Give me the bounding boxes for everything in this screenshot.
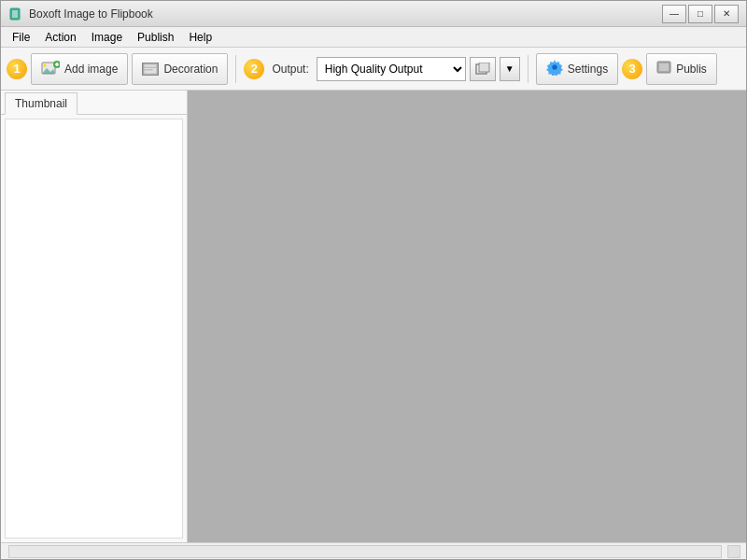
publish-label: Publis [676,63,707,76]
toolbar: 1 Add image [1,48,746,91]
output-label: Output: [272,63,308,76]
settings-label: Settings [568,63,608,76]
output-dropdown-arrow[interactable]: ▼ [500,57,520,81]
svg-rect-9 [145,64,156,73]
svg-rect-1 [12,10,18,18]
main-window: Boxoft Image to Flipbook — □ ✕ File Acti… [0,0,747,560]
status-bar [1,542,746,559]
decoration-button[interactable]: Decoration [132,53,228,85]
svg-rect-17 [659,63,669,71]
title-bar: Boxoft Image to Flipbook — □ ✕ [1,1,746,27]
decoration-label: Decoration [163,63,218,76]
main-preview [188,91,746,542]
step1-badge: 1 [7,59,27,79]
add-image-icon [41,60,60,78]
minimize-button[interactable]: — [662,5,686,23]
app-icon [8,7,23,21]
settings-button[interactable]: Settings [536,53,618,85]
separator-1 [235,55,236,83]
close-button[interactable]: ✕ [714,5,739,23]
left-panel: Thumbnail [1,91,188,542]
thumbnail-content [5,119,183,539]
add-image-label: Add image [64,63,118,76]
window-size-button[interactable] [470,57,496,81]
menu-item-help[interactable]: Help [181,27,219,47]
publish-button[interactable]: Publis [646,53,717,85]
add-image-button[interactable]: Add image [31,53,128,85]
window-controls: — □ ✕ [662,5,739,23]
tab-thumbnail[interactable]: Thumbnail [5,92,78,115]
output-select[interactable]: High Quality Output Standard Output Low … [317,57,466,81]
step2-badge: 2 [244,59,264,79]
settings-icon [546,59,563,79]
horizontal-scrollbar[interactable] [8,545,722,558]
step3-badge: 3 [622,59,642,79]
menu-item-publish[interactable]: Publish [130,27,181,47]
maximize-button[interactable]: □ [688,5,712,23]
svg-point-15 [552,64,557,69]
menu-item-action[interactable]: Action [37,27,83,47]
window-title: Boxoft Image to Flipbook [29,7,662,21]
menu-item-image[interactable]: Image [84,27,130,47]
content-area: Thumbnail [1,91,746,542]
separator-2 [528,55,529,83]
menu-bar: File Action Image Publish Help [1,27,746,48]
thumbnail-tab: Thumbnail [1,91,187,115]
svg-point-4 [44,63,47,66]
menu-item-file[interactable]: File [5,27,37,47]
decoration-icon [142,63,159,76]
scrollbar-corner [727,545,740,558]
publish-icon [656,60,671,77]
svg-rect-13 [479,63,489,72]
